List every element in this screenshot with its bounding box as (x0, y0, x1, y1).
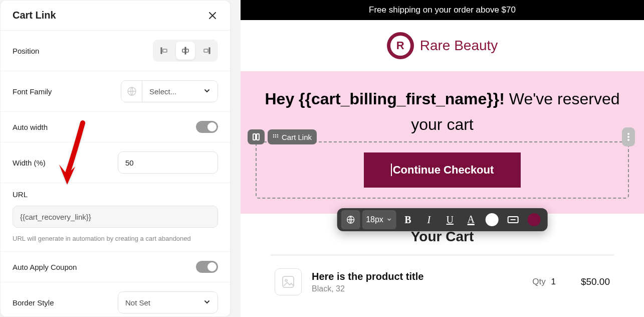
font-size-value: 18px (366, 215, 383, 224)
brand-logo-row: R Rare Beauty (241, 20, 644, 71)
svg-rect-8 (257, 134, 259, 140)
block-controls-right (622, 127, 635, 146)
width-label: Width (%) (13, 158, 46, 167)
auto-width-toggle[interactable] (196, 121, 218, 133)
svg-point-10 (275, 134, 276, 135)
cart-link-block[interactable]: Continue Checkout (256, 141, 629, 199)
svg-point-15 (627, 133, 629, 135)
brand-logo-icon: R (387, 32, 414, 59)
text-format-toolbar: 18px B I U A (337, 208, 548, 231)
border-style-select[interactable]: Not Set (118, 291, 218, 313)
align-left-button[interactable] (155, 42, 174, 60)
cart-heading: Your Cart (271, 229, 614, 245)
auto-apply-row: Auto Apply Coupon (1, 252, 230, 282)
product-qty: Qty 1 (532, 277, 556, 287)
border-style-row: Border Style Not Set (1, 282, 230, 317)
globe-icon (121, 81, 142, 102)
width-input[interactable] (118, 151, 218, 174)
svg-point-9 (273, 134, 274, 135)
panel-title: Cart Link (13, 10, 56, 21)
close-icon[interactable] (207, 10, 218, 21)
align-right-button[interactable] (197, 42, 216, 60)
svg-rect-1 (163, 49, 167, 52)
url-help-text: URL will generate in automation by creat… (13, 235, 218, 242)
product-info: Here is the product title Black, 32 (312, 271, 522, 293)
hero-greeting: Hey {{cart_billing_first_name}}! (265, 90, 504, 108)
panel-header: Cart Link (1, 1, 230, 31)
url-row: URL URL will generate in automation by c… (1, 183, 230, 252)
qty-value: 1 (551, 277, 555, 286)
position-label: Position (13, 47, 39, 55)
toolbar-globe-icon[interactable] (341, 210, 360, 229)
text-color-button[interactable]: A (462, 210, 481, 229)
svg-rect-5 (204, 49, 208, 52)
position-segmented (153, 40, 218, 62)
block-label-pill[interactable]: Cart Link (268, 129, 317, 144)
position-row: Position (1, 31, 230, 71)
font-family-value: Select... (149, 87, 176, 96)
underline-button[interactable]: U (441, 210, 460, 229)
product-price: $50.00 (581, 276, 610, 287)
button-style-icon[interactable] (504, 210, 523, 229)
font-family-label: Font Family (13, 87, 52, 96)
svg-point-17 (627, 139, 629, 141)
email-preview: Free shipping on your order above $70 R … (241, 0, 644, 317)
border-style-value: Not Set (125, 298, 150, 307)
auto-apply-toggle[interactable] (196, 261, 218, 273)
product-title: Here is the product title (312, 271, 522, 282)
qty-label: Qty (532, 277, 545, 286)
cart-item-row: Here is the product title Black, 32 Qty … (271, 255, 614, 295)
auto-width-label: Auto width (13, 123, 48, 131)
auto-width-row: Auto width (1, 112, 230, 142)
bg-white-swatch[interactable] (483, 210, 502, 229)
svg-point-12 (273, 136, 274, 137)
svg-rect-4 (209, 48, 210, 54)
svg-rect-7 (253, 134, 256, 140)
bold-button[interactable]: B (398, 210, 417, 229)
block-label-text: Cart Link (282, 133, 312, 141)
product-image-placeholder (275, 268, 302, 295)
font-family-row: Font Family Select... (1, 71, 230, 112)
auto-apply-label: Auto Apply Coupon (13, 263, 77, 271)
chevron-down-icon (203, 298, 210, 307)
font-family-select[interactable]: Select... (121, 80, 218, 102)
shipping-banner: Free shipping on your order above $70 (241, 0, 644, 20)
svg-point-13 (275, 136, 276, 137)
width-row: Width (%) (1, 142, 230, 183)
settings-panel: Cart Link Position Font Family Select.. (0, 0, 231, 317)
svg-point-16 (627, 136, 629, 138)
continue-checkout-button[interactable]: Continue Checkout (364, 152, 521, 188)
svg-rect-2 (185, 47, 186, 54)
more-options-button[interactable] (622, 127, 635, 146)
brand-name: Rare Beauty (420, 38, 498, 54)
svg-point-11 (277, 134, 278, 135)
bg-maroon-swatch[interactable] (525, 210, 544, 229)
block-controls-left: Cart Link (248, 129, 317, 144)
url-label: URL (13, 190, 218, 199)
border-style-label: Border Style (13, 298, 54, 307)
columns-icon[interactable] (248, 129, 265, 144)
product-variant: Black, 32 (312, 284, 522, 293)
svg-point-20 (285, 279, 287, 281)
chevron-down-icon (203, 87, 210, 96)
font-size-selector[interactable]: 18px (362, 210, 396, 229)
italic-button[interactable]: I (419, 210, 439, 229)
url-input[interactable] (13, 206, 218, 228)
svg-rect-0 (161, 48, 162, 54)
svg-point-14 (277, 136, 278, 137)
align-center-button[interactable] (176, 42, 195, 60)
